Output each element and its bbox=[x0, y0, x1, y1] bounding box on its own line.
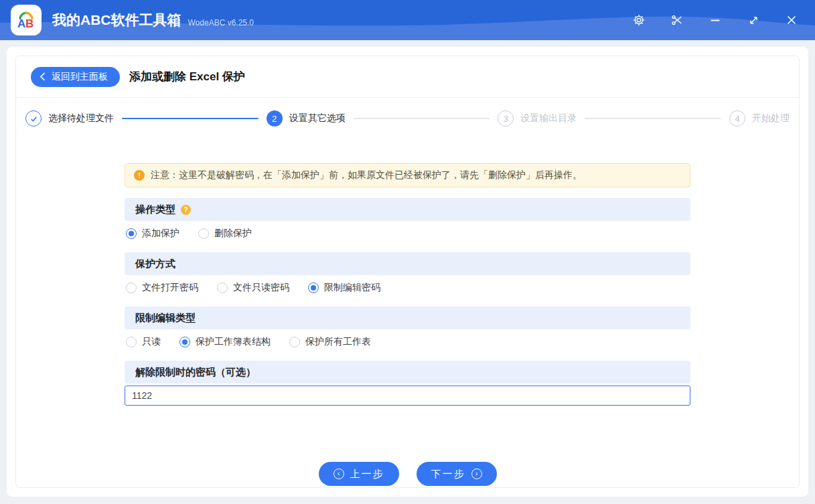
radio-label: 添加保护 bbox=[142, 228, 179, 240]
step-connector-2 bbox=[354, 118, 490, 119]
notice-banner: ! 注意：这里不是破解密码，在「添加保护」前，如果原文件已经被保护了，请先「删除… bbox=[125, 163, 690, 187]
chevron-left-icon bbox=[40, 72, 46, 81]
step-1-label: 选择待处理文件 bbox=[48, 112, 114, 124]
section-operation-type-title: 操作类型 bbox=[135, 203, 175, 216]
page-background: 返回到主面板 添加或删除 Excel 保护 选择待处理文件 bbox=[0, 40, 815, 504]
wizard-card: 返回到主面板 添加或删除 Excel 保护 选择待处理文件 bbox=[15, 56, 800, 488]
check-icon bbox=[29, 114, 38, 123]
protection-mode-options: 文件打开密码 文件只读密码 限制编辑密码 bbox=[126, 276, 690, 300]
step-4-label: 开始处理 bbox=[752, 112, 790, 124]
step-1: 选择待处理文件 bbox=[25, 110, 114, 127]
card-header: 返回到主面板 添加或删除 Excel 保护 bbox=[16, 56, 799, 98]
step-3: 3 设置输出目录 bbox=[498, 110, 577, 127]
step-4: 4 开始处理 bbox=[729, 110, 790, 127]
radio-remove-protection[interactable]: 删除保护 bbox=[198, 228, 252, 240]
chevron-right-circle-icon: › bbox=[471, 469, 482, 479]
password-input[interactable] bbox=[125, 386, 690, 406]
settings-gear-icon[interactable] bbox=[633, 14, 645, 26]
step-4-circle: 4 bbox=[729, 110, 745, 127]
radio-icon bbox=[126, 282, 137, 293]
help-icon[interactable]: ? bbox=[181, 205, 191, 215]
step-3-label: 设置输出目录 bbox=[520, 112, 577, 124]
warning-icon: ! bbox=[134, 170, 145, 181]
section-unlock-password-header: 解除限制时的密码（可选） bbox=[125, 361, 690, 384]
step-connector-3 bbox=[585, 118, 721, 119]
settings-form: ! 注意：这里不是破解密码，在「添加保护」前，如果原文件已经被保护了，请先「删除… bbox=[125, 163, 690, 487]
radio-open-password[interactable]: 文件打开密码 bbox=[126, 282, 198, 294]
section-unlock-password-title: 解除限制时的密码（可选） bbox=[135, 366, 256, 379]
radio-icon bbox=[217, 282, 228, 293]
radio-restrict-edit-password[interactable]: 限制编辑密码 bbox=[308, 282, 380, 294]
back-to-dashboard-button[interactable]: 返回到主面板 bbox=[31, 67, 120, 87]
radio-icon bbox=[289, 337, 300, 347]
scissors-icon[interactable] bbox=[671, 14, 683, 26]
radio-label: 保护工作簿表结构 bbox=[196, 336, 271, 348]
svg-text:A: A bbox=[17, 17, 25, 30]
svg-text:B: B bbox=[25, 17, 33, 30]
radio-label: 保护所有工作表 bbox=[305, 336, 371, 348]
step-2-circle: 2 bbox=[267, 110, 283, 127]
step-2-label: 设置其它选项 bbox=[289, 112, 346, 124]
step-connector-1 bbox=[122, 118, 258, 119]
step-2: 2 设置其它选项 bbox=[267, 110, 346, 127]
step-3-circle: 3 bbox=[498, 110, 514, 127]
radio-label: 文件打开密码 bbox=[142, 282, 198, 294]
ab-logo-icon: A B bbox=[15, 9, 38, 31]
notice-text: 注意：这里不是破解密码，在「添加保护」前，如果原文件已经被保护了，请先「删除保护… bbox=[151, 169, 582, 181]
next-step-button[interactable]: 下一步 › bbox=[417, 462, 497, 486]
radio-label: 删除保护 bbox=[214, 228, 252, 240]
restrict-type-options: 只读 保护工作簿表结构 保护所有工作表 bbox=[126, 330, 690, 354]
section-protection-mode-header: 保护方式 bbox=[125, 252, 690, 275]
section-operation-type-header: 操作类型 ? bbox=[125, 198, 690, 221]
app-logo: A B bbox=[11, 5, 42, 35]
previous-step-label: 上一步 bbox=[350, 468, 384, 481]
operation-type-options: 添加保护 删除保护 bbox=[126, 222, 690, 246]
next-step-label: 下一步 bbox=[431, 468, 465, 481]
radio-icon bbox=[198, 228, 209, 239]
radio-protect-all-sheets[interactable]: 保护所有工作表 bbox=[289, 336, 371, 348]
radio-readonly-password[interactable]: 文件只读密码 bbox=[217, 282, 289, 294]
step-indicator: 选择待处理文件 2 设置其它选项 3 设置输出目录 bbox=[16, 98, 799, 139]
wizard-footer: ‹ 上一步 下一步 › bbox=[125, 462, 690, 487]
maximize-icon[interactable] bbox=[747, 14, 759, 26]
section-restrict-type-header: 限制编辑类型 bbox=[125, 307, 690, 329]
step-1-circle bbox=[25, 110, 42, 127]
radio-label: 文件只读密码 bbox=[233, 282, 289, 294]
titlebar: A B 我的ABC软件工具箱 WodeABC v6.25.0 bbox=[0, 0, 815, 40]
radio-icon bbox=[179, 337, 190, 347]
page-title: 添加或删除 Excel 保护 bbox=[129, 69, 245, 84]
previous-step-button[interactable]: ‹ 上一步 bbox=[319, 462, 399, 486]
section-restrict-type-title: 限制编辑类型 bbox=[135, 312, 196, 325]
app-title: 我的ABC软件工具箱 bbox=[52, 11, 181, 29]
radio-icon bbox=[126, 337, 137, 347]
close-icon[interactable] bbox=[786, 14, 798, 26]
app-version: WodeABC v6.25.0 bbox=[188, 13, 254, 27]
radio-label: 限制编辑密码 bbox=[324, 282, 380, 294]
content-panel: 返回到主面板 添加或删除 Excel 保护 选择待处理文件 bbox=[7, 47, 808, 497]
radio-label: 只读 bbox=[142, 336, 161, 348]
radio-protect-workbook-structure[interactable]: 保护工作簿表结构 bbox=[179, 336, 271, 348]
radio-add-protection[interactable]: 添加保护 bbox=[126, 228, 179, 240]
titlebar-actions bbox=[633, 14, 804, 26]
section-protection-mode-title: 保护方式 bbox=[135, 258, 175, 270]
radio-readonly[interactable]: 只读 bbox=[126, 336, 161, 348]
radio-icon bbox=[308, 282, 319, 293]
back-button-label: 返回到主面板 bbox=[52, 71, 108, 83]
minimize-icon[interactable] bbox=[709, 14, 721, 26]
chevron-left-circle-icon: ‹ bbox=[334, 469, 344, 479]
radio-icon bbox=[126, 228, 137, 239]
